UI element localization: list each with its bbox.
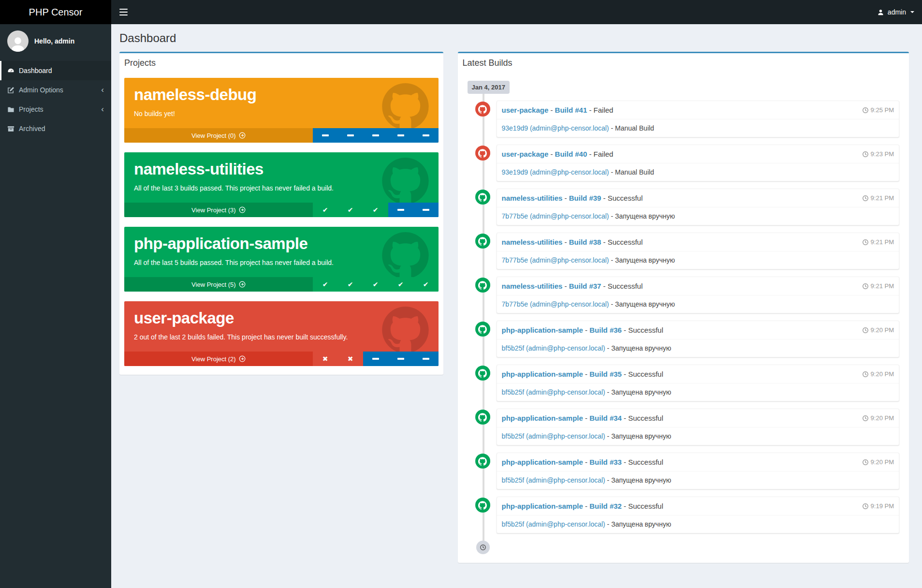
navbar: admin xyxy=(111,0,922,24)
build-commit-link[interactable]: 7b77b5e (admin@php-censor.local) xyxy=(502,212,609,220)
build-status-square-ok[interactable]: ✔ xyxy=(338,277,363,292)
build-title: nameless-utilities - Build #38 - Success… xyxy=(502,238,862,246)
build-commit-line: 7b77b5e (admin@php-censor.local) - Запущ… xyxy=(497,207,899,225)
build-timeline-item: nameless-utilities - Build #37 - Success… xyxy=(468,277,899,313)
edit-icon xyxy=(7,87,15,94)
view-project-button[interactable]: View Project (0) xyxy=(124,128,313,143)
build-status-square-none[interactable] xyxy=(413,352,439,366)
build-number-link[interactable]: Build #40 xyxy=(555,150,587,158)
arrow-circle-right-icon xyxy=(239,206,246,213)
build-project-link[interactable]: nameless-utilities xyxy=(502,282,563,290)
project-card: user-package 2 out of the last 2 builds … xyxy=(124,301,439,366)
build-status-square-none[interactable] xyxy=(363,128,388,143)
view-project-button[interactable]: View Project (2) xyxy=(124,352,313,366)
build-status-square-fail[interactable]: ✖ xyxy=(338,352,363,366)
build-time: 9:19 PM xyxy=(862,502,894,510)
sidebar-item-label: Dashboard xyxy=(19,67,52,74)
build-commit-line: bf5b25f (admin@php-censor.local) - Запущ… xyxy=(497,427,899,445)
build-number-link[interactable]: Build #37 xyxy=(569,282,601,290)
build-status-square-ok[interactable]: ✔ xyxy=(388,277,413,292)
build-commit-link[interactable]: 93e19d9 (admin@php-censor.local) xyxy=(502,124,609,132)
sidebar-item-archived[interactable]: Archived xyxy=(0,119,111,138)
clock-icon xyxy=(862,107,869,114)
build-status-square-none[interactable] xyxy=(388,203,413,217)
user-menu-button[interactable]: admin xyxy=(869,0,922,24)
view-project-label: View Project (3) xyxy=(191,206,236,214)
build-number-link[interactable]: Build #36 xyxy=(589,326,622,334)
build-note-text: - Manual Build xyxy=(609,124,654,132)
sidebar-item-label: Projects xyxy=(19,105,44,113)
build-status-square-ok[interactable]: ✔ xyxy=(363,277,388,292)
build-commit-link[interactable]: bf5b25f (admin@php-censor.local) xyxy=(502,344,605,352)
build-status-square-ok[interactable]: ✔ xyxy=(313,277,338,292)
build-number-link[interactable]: Build #33 xyxy=(589,458,622,466)
build-project-link[interactable]: nameless-utilities xyxy=(502,238,563,246)
build-commit-link[interactable]: bf5b25f (admin@php-censor.local) xyxy=(502,520,605,528)
build-project-link[interactable]: user-package xyxy=(502,150,549,158)
build-status-square-fail[interactable]: ✖ xyxy=(313,352,338,366)
build-time: 9:21 PM xyxy=(862,194,894,202)
build-number-link[interactable]: Build #41 xyxy=(555,106,587,114)
build-note-text: - Запущена вручную xyxy=(605,432,671,440)
build-status-text: - Failed xyxy=(587,106,613,114)
build-commit-link[interactable]: bf5b25f (admin@php-censor.local) xyxy=(502,476,605,484)
build-number-link[interactable]: Build #35 xyxy=(589,370,622,378)
build-status-square-none[interactable] xyxy=(338,128,363,143)
build-commit-link[interactable]: 7b77b5e (admin@php-censor.local) xyxy=(502,256,609,264)
view-project-button[interactable]: View Project (3) xyxy=(124,203,313,217)
build-time: 9:21 PM xyxy=(862,238,894,246)
build-number-link[interactable]: Build #32 xyxy=(589,502,622,510)
brand-logo[interactable]: PHP Censor xyxy=(0,0,111,24)
build-time-text: 9:19 PM xyxy=(871,502,894,510)
project-card-footer: View Project (3) ✔✔✔ xyxy=(124,203,439,217)
build-commit-link[interactable]: bf5b25f (admin@php-censor.local) xyxy=(502,388,605,396)
build-status-square-none[interactable] xyxy=(363,352,388,366)
build-status-square-ok[interactable]: ✔ xyxy=(363,203,388,217)
build-time-text: 9:23 PM xyxy=(871,150,894,158)
build-commit-line: bf5b25f (admin@php-censor.local) - Запущ… xyxy=(497,515,899,533)
build-number-link[interactable]: Build #38 xyxy=(569,238,601,246)
project-card: nameless-utilities All of the last 3 bui… xyxy=(124,152,439,217)
view-project-button[interactable]: View Project (5) xyxy=(124,277,313,292)
build-project-link[interactable]: nameless-utilities xyxy=(502,194,563,202)
build-status-square-ok[interactable]: ✔ xyxy=(338,203,363,217)
build-commit-link[interactable]: 7b77b5e (admin@php-censor.local) xyxy=(502,300,609,308)
sidebar-item-projects[interactable]: Projects ‹ xyxy=(0,100,111,119)
build-project-link[interactable]: php-application-sample xyxy=(502,326,583,334)
build-number-link[interactable]: Build #39 xyxy=(569,194,601,202)
build-status-square-none[interactable] xyxy=(413,203,439,217)
build-status-square-none[interactable] xyxy=(413,128,439,143)
build-time-text: 9:20 PM xyxy=(871,370,894,378)
build-project-link[interactable]: php-application-sample xyxy=(502,502,583,510)
clock-icon xyxy=(862,239,869,246)
build-number-link[interactable]: Build #34 xyxy=(589,414,622,422)
github-build-icon xyxy=(475,498,490,513)
build-timeline-item: user-package - Build #40 - Failed 9:23 P… xyxy=(468,145,899,181)
build-commit-link[interactable]: bf5b25f (admin@php-censor.local) xyxy=(502,432,605,440)
build-status-square-ok[interactable]: ✔ xyxy=(413,277,439,292)
build-commit-link[interactable]: 93e19d9 (admin@php-censor.local) xyxy=(502,168,609,176)
top-navbar: PHP Censor admin xyxy=(0,0,922,24)
build-time: 9:20 PM xyxy=(862,414,894,422)
build-project-link[interactable]: php-application-sample xyxy=(502,458,583,466)
build-project-link[interactable]: user-package xyxy=(502,106,549,114)
build-status-square-ok[interactable]: ✔ xyxy=(313,203,338,217)
build-status-square-none[interactable] xyxy=(388,128,413,143)
builds-timeline: Jan 4, 2017 user-package - Build #41 - F… xyxy=(468,81,899,554)
sidebar-toggle-button[interactable] xyxy=(111,0,135,24)
build-status-square-none[interactable] xyxy=(388,352,413,366)
person-icon xyxy=(10,35,26,52)
build-note-text: - Запущена вручную xyxy=(605,388,671,396)
project-description: No builds yet! xyxy=(134,110,429,118)
sidebar-item-dashboard[interactable]: Dashboard xyxy=(0,61,111,80)
build-note-text: - Manual Build xyxy=(609,168,654,176)
build-status-squares: ✔✔✔✔✔ xyxy=(313,277,439,292)
build-time-text: 9:21 PM xyxy=(871,238,894,246)
build-project-link[interactable]: php-application-sample xyxy=(502,414,583,422)
sidebar-item-admin-options[interactable]: Admin Options ‹ xyxy=(0,80,111,100)
build-status-square-none[interactable] xyxy=(313,128,338,143)
build-time-text: 9:21 PM xyxy=(871,194,894,202)
sidebar: Hello, admin Dashboard Admin Options ‹ xyxy=(0,24,111,588)
build-project-link[interactable]: php-application-sample xyxy=(502,370,583,378)
clock-icon xyxy=(862,195,869,202)
